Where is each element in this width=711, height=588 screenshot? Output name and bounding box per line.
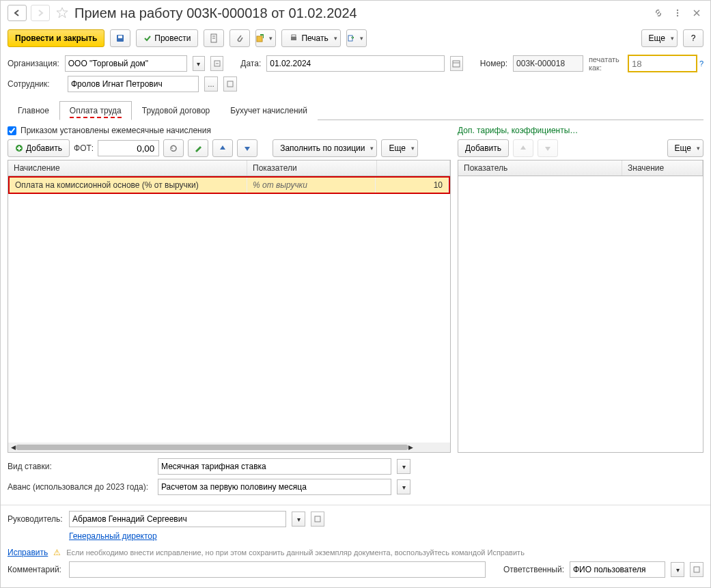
date-field[interactable]	[266, 55, 445, 72]
col-value	[377, 160, 450, 176]
tab-contract[interactable]: Трудовой договор	[132, 101, 220, 120]
org-field[interactable]	[65, 55, 187, 72]
move-down-button[interactable]	[237, 139, 257, 157]
advance-dropdown[interactable]: ▾	[397, 479, 410, 494]
page-title: Прием на работу 003К-000018 от 01.02.202…	[74, 5, 647, 21]
employee-open-button[interactable]	[223, 76, 237, 92]
svg-rect-8	[257, 36, 262, 42]
advance-label: Аванс (использовался до 2023 года):	[8, 482, 152, 492]
fot-label: ФОТ:	[74, 143, 94, 153]
move-down-2-button[interactable]	[538, 139, 558, 157]
fot-input[interactable]	[98, 140, 159, 156]
comment-label: Комментарий:	[8, 565, 64, 574]
svg-point-2	[677, 15, 678, 16]
accruals-grid: Начисление Показатели Оплата на комиссио…	[8, 160, 451, 453]
more-button-2[interactable]: Еще	[381, 139, 417, 157]
org-dropdown-button[interactable]: ▾	[193, 56, 206, 71]
rate-type-label: Вид ставки:	[8, 462, 152, 471]
number-field: 003К-000018	[513, 55, 583, 72]
tab-payment[interactable]: Оплата труда	[59, 101, 132, 120]
save-button[interactable]	[110, 29, 130, 47]
employee-label: Сотрудник:	[8, 79, 62, 89]
tab-main[interactable]: Главное	[8, 101, 59, 120]
employee-field[interactable]	[68, 76, 199, 92]
col-ind-value: Значение	[622, 160, 703, 176]
add-indicator-button[interactable]: Добавить	[458, 139, 509, 157]
manager-label: Руководитель:	[8, 514, 64, 524]
svg-rect-17	[315, 516, 320, 522]
number-label: Номер:	[480, 59, 507, 68]
fill-by-position-button[interactable]: Заполнить по позиции	[273, 139, 377, 157]
responsible-label: Ответственный:	[503, 565, 564, 574]
h-scrollbar[interactable]: ◀ ▶	[8, 443, 450, 452]
menu-dots-icon[interactable]	[671, 6, 684, 20]
advance-field[interactable]	[158, 479, 391, 495]
comment-field[interactable]	[69, 561, 486, 578]
monthly-accruals-checkbox[interactable]	[8, 126, 16, 135]
add-row-button[interactable]: Добавить	[8, 139, 70, 157]
indicators-grid: Показатель Значение	[458, 160, 703, 453]
close-icon[interactable]	[690, 6, 703, 20]
col-accrual: Начисление	[8, 160, 247, 176]
responsible-open[interactable]	[690, 562, 703, 577]
manager-dropdown[interactable]: ▾	[292, 512, 305, 527]
refresh-button[interactable]	[163, 139, 184, 157]
move-up-2-button[interactable]	[513, 139, 533, 157]
print-as-help[interactable]: ?	[699, 59, 703, 68]
fix-link[interactable]: Исправить	[8, 548, 48, 557]
process-and-close-button[interactable]: Провести и закрыть	[8, 29, 104, 47]
svg-rect-4	[118, 36, 122, 38]
col-indicator: Показатель	[458, 160, 622, 176]
manager-field[interactable]	[69, 511, 286, 527]
fix-message: Если необходимо внести исправление, но п…	[66, 548, 525, 557]
process-button[interactable]: Провести	[136, 29, 198, 47]
rate-type-field[interactable]	[158, 458, 391, 475]
responsible-field[interactable]	[570, 561, 665, 578]
warning-icon: ⚠	[53, 548, 61, 557]
rate-type-dropdown[interactable]: ▾	[397, 459, 410, 474]
col-indicators: Показатели	[247, 160, 377, 176]
svg-point-0	[677, 10, 678, 11]
svg-point-1	[677, 12, 678, 14]
back-button[interactable]	[8, 5, 27, 21]
accrual-row[interactable]: Оплата на комиссионной основе (% от выру…	[8, 176, 450, 194]
date-calendar-button[interactable]	[450, 56, 463, 71]
edit-button[interactable]	[188, 139, 208, 157]
more-button-3[interactable]: Еще	[667, 139, 703, 157]
monthly-accruals-label: Приказом установлены ежемесячные начисле…	[20, 126, 211, 135]
employee-select-button[interactable]: …	[204, 76, 218, 92]
svg-rect-15	[227, 81, 233, 87]
svg-rect-13	[453, 61, 460, 67]
svg-rect-9	[291, 37, 296, 40]
print-as-label: печатать как:	[589, 55, 626, 72]
org-label: Организация:	[8, 59, 59, 68]
print-as-input[interactable]	[628, 55, 697, 72]
forward-button[interactable]	[31, 5, 50, 21]
favorite-icon[interactable]	[54, 5, 70, 21]
svg-rect-11	[348, 36, 352, 41]
svg-rect-10	[292, 35, 296, 37]
document-button[interactable]	[204, 29, 224, 47]
extra-tariffs-link[interactable]: Доп. тарифы, коэффициенты…	[458, 126, 578, 135]
date-label: Дата:	[240, 59, 261, 68]
print-button[interactable]: Печать	[281, 29, 340, 47]
help-button[interactable]: ?	[683, 29, 703, 47]
more-button-1[interactable]: Еще	[641, 29, 678, 47]
attach-button[interactable]	[229, 29, 250, 47]
org-open-button[interactable]	[210, 56, 223, 71]
svg-rect-18	[694, 567, 699, 572]
move-up-button[interactable]	[212, 139, 233, 157]
create-based-button[interactable]	[255, 29, 276, 47]
manager-open[interactable]	[311, 512, 324, 527]
responsible-dropdown[interactable]: ▾	[671, 562, 684, 577]
link-icon[interactable]	[652, 6, 665, 20]
manager-position-link[interactable]: Генеральный директор	[69, 531, 157, 541]
tab-accounting[interactable]: Бухучет начислений	[220, 101, 318, 120]
export-button[interactable]	[346, 29, 367, 47]
